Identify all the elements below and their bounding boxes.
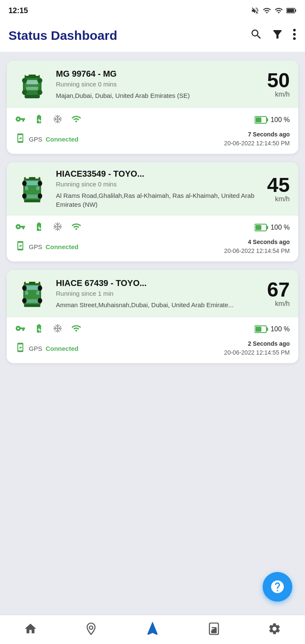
key-icon-v3: [15, 323, 25, 335]
card-icons-v2: 100 %: [15, 222, 290, 233]
vehicle-list: MG 99764 - MG Running since 0 mins Majan…: [7, 61, 298, 363]
battery-row-v1: 100 %: [255, 116, 290, 124]
svg-rect-60: [214, 629, 215, 633]
nav-settings[interactable]: [268, 622, 281, 636]
vehicle-card-v3[interactable]: HIACE 67439 - TOYO... Running since 1 mi…: [7, 270, 298, 363]
svg-rect-36: [255, 225, 261, 230]
svg-point-3: [293, 29, 296, 31]
gps-left-v1: GPS Connected: [15, 133, 78, 145]
nav-reports[interactable]: [207, 622, 221, 636]
vehicle-card-v2[interactable]: HIACE33549 - TOYO... Running since 0 min…: [7, 162, 298, 261]
svg-rect-11: [25, 95, 40, 98]
wifi-icon-v2: [71, 222, 81, 233]
svg-point-15: [37, 90, 42, 95]
speed-unit-v2: km/h: [267, 195, 290, 203]
gps-label-v3: GPS: [29, 345, 42, 352]
svg-rect-17: [36, 74, 39, 76]
svg-point-12: [22, 78, 27, 83]
nav-navigate[interactable]: [145, 621, 160, 636]
key-icon-v2: [15, 222, 25, 233]
main-content: MG 99764 - MG Running since 0 mins Majan…: [0, 52, 305, 405]
nav-home[interactable]: [24, 622, 37, 636]
filter-button[interactable]: [271, 28, 284, 43]
card-top-v3: HIACE 67439 - TOYO... Running since 1 mi…: [7, 270, 298, 317]
svg-rect-43: [36, 291, 39, 295]
battery-pct-v1: 100 %: [271, 116, 290, 124]
signal-icon: [274, 6, 283, 15]
speed-unit-v3: km/h: [267, 300, 290, 308]
gps-status-v2: Connected: [46, 243, 79, 250]
svg-rect-25: [25, 186, 28, 190]
speed-value-v3: 67: [267, 280, 290, 300]
speed-value-v2: 45: [267, 175, 290, 195]
svg-rect-42: [25, 291, 28, 295]
search-button[interactable]: [250, 28, 263, 43]
svg-rect-24: [25, 194, 39, 198]
card-top-v1: MG 99764 - MG Running since 0 mins Majan…: [7, 61, 298, 108]
svg-rect-19: [255, 117, 261, 122]
car-speed-v1: 50 km/h: [267, 70, 290, 98]
status-icons: [251, 6, 297, 15]
car-name-v2: HIACE33549 - TOYO...: [56, 169, 261, 179]
gps-status-v1: Connected: [46, 136, 79, 143]
battery-row-v2: 100 %: [255, 223, 290, 232]
more-options-button[interactable]: [292, 28, 297, 43]
snowflake-icon-v3: [53, 323, 63, 335]
gps-chip-icon-v2: [15, 241, 25, 253]
time-ago-v3: 2 Seconds ago: [224, 339, 290, 348]
charging-icon-v1: [34, 114, 44, 126]
svg-point-13: [37, 78, 42, 83]
svg-point-4: [293, 33, 296, 36]
svg-rect-2: [295, 9, 296, 12]
car-status-v2: Running since 0 mins: [56, 180, 261, 188]
car-info-v2: HIACE33549 - TOYO... Running since 0 min…: [56, 169, 261, 209]
svg-rect-51: [35, 282, 39, 283]
car-info-v1: MG 99764 - MG Running since 0 mins Majan…: [56, 69, 261, 100]
speed-unit-v1: km/h: [267, 91, 290, 98]
svg-rect-59: [212, 631, 213, 633]
svg-rect-20: [266, 118, 268, 122]
svg-point-31: [22, 194, 27, 199]
svg-rect-33: [25, 177, 29, 179]
svg-rect-40: [25, 286, 39, 290]
gps-chip-icon-v1: [15, 133, 25, 145]
vehicle-card-v1[interactable]: MG 99764 - MG Running since 0 mins Majan…: [7, 61, 298, 154]
header-actions: [250, 28, 297, 43]
svg-rect-61: [215, 628, 216, 633]
car-info-v3: HIACE 67439 - TOYO... Running since 1 mi…: [56, 278, 261, 309]
car-speed-v2: 45 km/h: [267, 175, 290, 203]
battery-pct-v3: 100 %: [271, 325, 290, 333]
svg-rect-9: [26, 87, 38, 90]
mute-icon: [251, 6, 259, 15]
svg-rect-16: [25, 74, 29, 76]
gps-label-v1: GPS: [29, 136, 42, 143]
svg-rect-50: [25, 282, 29, 283]
car-icon-v3: [15, 277, 49, 311]
svg-point-49: [38, 298, 42, 303]
svg-rect-37: [266, 226, 268, 229]
snowflake-icon-v1: [53, 114, 63, 126]
svg-point-5: [293, 37, 296, 40]
wifi-icon: [263, 6, 271, 15]
gps-chip-icon-v3: [15, 342, 25, 354]
card-top-v2: HIACE33549 - TOYO... Running since 0 min…: [7, 162, 298, 216]
gps-label-v2: GPS: [29, 243, 42, 250]
gps-time-v2: 4 Seconds ago 20-06-2022 12:14:54 PM: [224, 238, 290, 255]
battery-status-icon: [286, 7, 297, 14]
card-icons-v1: 100 %: [15, 114, 290, 126]
svg-rect-26: [36, 186, 39, 190]
gps-row-v2: GPS Connected 4 Seconds ago 20-06-2022 1…: [15, 238, 290, 255]
svg-rect-34: [35, 177, 39, 179]
svg-rect-1: [287, 9, 294, 12]
gps-row-v3: GPS Connected 2 Seconds ago 20-06-2022 1…: [15, 339, 290, 357]
support-fab[interactable]: [263, 572, 292, 602]
datetime-v3: 20-06-2022 12:14:55 PM: [224, 348, 290, 357]
svg-rect-45: [24, 304, 41, 307]
car-location-v3: Amman Street,Muhaisnah,Dubai, Dubai, Uni…: [56, 300, 261, 309]
nav-location[interactable]: [84, 622, 98, 636]
gps-time-v1: 7 Seconds ago 20-06-2022 12:14:50 PM: [224, 130, 290, 148]
svg-rect-53: [255, 327, 261, 332]
status-time: 12:15: [8, 6, 28, 15]
app-header: Status Dashboard: [0, 21, 305, 52]
car-name-v3: HIACE 67439 - TOYO...: [56, 278, 261, 288]
